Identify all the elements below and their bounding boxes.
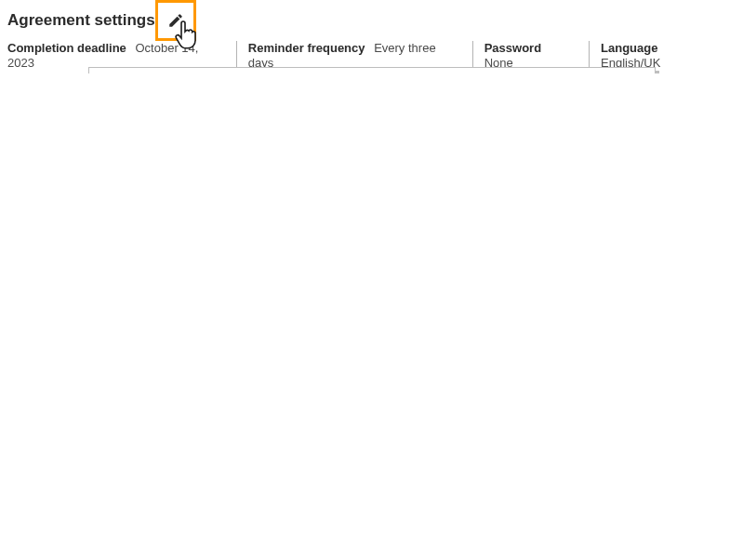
summary-completion: Completion deadline October 14, 2023 <box>7 41 237 70</box>
summary-language: Language English/UK <box>590 41 736 70</box>
summary-password: Password None <box>473 41 590 70</box>
summary-reminder: Reminder frequency Every three days <box>237 41 473 70</box>
page-title: Agreement settings <box>7 11 155 30</box>
cursor-pointer-icon <box>175 20 201 51</box>
edit-settings-button[interactable] <box>155 0 196 41</box>
settings-summary-bar: Completion deadline October 14, 2023 Rem… <box>7 41 736 70</box>
edit-settings-modal: Edit agreement settings Completion deadl… <box>88 67 656 73</box>
page-header: Agreement settings Completion deadline O… <box>0 0 743 73</box>
